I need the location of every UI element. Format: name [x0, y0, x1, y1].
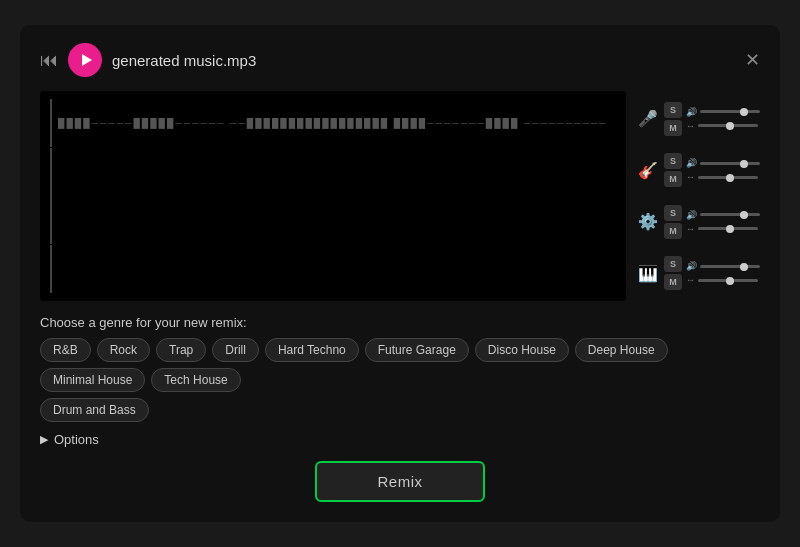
- track-3-btn-group: S M: [664, 205, 682, 239]
- track-1-sliders: 🔊 ↔: [686, 107, 760, 131]
- volume-slider-row-3: 🔊: [686, 210, 760, 220]
- waveform-section: ████─────█████────── ──█████████████████…: [40, 91, 626, 301]
- volume-slider-row-1: 🔊: [686, 107, 760, 117]
- solo-button-4[interactable]: S: [664, 256, 682, 272]
- timeline-markers: ████─────█████────── ──█████████████████…: [50, 99, 616, 293]
- mute-button-3[interactable]: M: [664, 223, 682, 239]
- track-1-btn-group: S M: [664, 102, 682, 136]
- genre-tag-tech-house[interactable]: Tech House: [151, 368, 240, 392]
- genre-tag-deep-house[interactable]: Deep House: [575, 338, 668, 362]
- genre-label: Choose a genre for your new remix:: [40, 315, 760, 330]
- track-4-sliders: 🔊 ↔: [686, 261, 760, 285]
- volume-slider-3[interactable]: [700, 213, 760, 216]
- solo-button-2[interactable]: S: [664, 153, 682, 169]
- pan-slider-row-3: ↔: [686, 224, 760, 234]
- track-control-4: 🎹 S M 🔊 ↔: [636, 250, 760, 296]
- solo-button-3[interactable]: S: [664, 205, 682, 221]
- genre-tag-disco-house[interactable]: Disco House: [475, 338, 569, 362]
- track-3-sliders: 🔊 ↔: [686, 210, 760, 234]
- drums-icon: ⚙️: [636, 210, 660, 234]
- mic-icon: 🎤: [636, 107, 660, 131]
- genre-tag-future-garage[interactable]: Future Garage: [365, 338, 469, 362]
- track-line-3: [50, 196, 616, 244]
- volume-icon-3: 🔊: [686, 210, 697, 220]
- volume-slider-row-2: 🔊: [686, 158, 760, 168]
- mute-button-1[interactable]: M: [664, 120, 682, 136]
- options-arrow-icon: ▶: [40, 433, 48, 446]
- mute-button-4[interactable]: M: [664, 274, 682, 290]
- piano-icon: 🎹: [636, 261, 660, 285]
- mute-button-2[interactable]: M: [664, 171, 682, 187]
- track-title: generated music.mp3: [112, 52, 735, 69]
- track-control-2: 🎸 S M 🔊 ↔: [636, 147, 760, 193]
- volume-icon-4: 🔊: [686, 261, 697, 271]
- genre-tag-trap[interactable]: Trap: [156, 338, 206, 362]
- track-control-3: ⚙️ S M 🔊 ↔: [636, 199, 760, 245]
- volume-icon-2: 🔊: [686, 158, 697, 168]
- close-button[interactable]: ✕: [745, 49, 760, 71]
- genre-tag-rock[interactable]: Rock: [97, 338, 150, 362]
- pan-slider-2[interactable]: [698, 176, 758, 179]
- track-line-2: [50, 148, 616, 196]
- track-control-1: 🎤 S M 🔊 ↔: [636, 96, 760, 142]
- skip-back-icon[interactable]: ⏮: [40, 50, 58, 71]
- genre-section: Choose a genre for your new remix: R&B R…: [40, 315, 760, 422]
- volume-icon-1: 🔊: [686, 107, 697, 117]
- track-2-sliders: 🔊 ↔: [686, 158, 760, 182]
- pan-slider-row-4: ↔: [686, 275, 760, 285]
- genre-tag-minimal-house[interactable]: Minimal House: [40, 368, 145, 392]
- pan-slider-4[interactable]: [698, 279, 758, 282]
- track-line-4: [50, 245, 616, 293]
- pan-icon-1: ↔: [686, 121, 695, 131]
- volume-slider-1[interactable]: [700, 110, 760, 113]
- remix-modal: ⏮ generated music.mp3 ✕ ████─────█████──…: [20, 25, 780, 522]
- genre-tag-hard-techno[interactable]: Hard Techno: [265, 338, 359, 362]
- bottom-row: Remix: [40, 461, 760, 502]
- controls-section: 🎤 S M 🔊 ↔: [636, 91, 760, 301]
- volume-slider-2[interactable]: [700, 162, 760, 165]
- pan-slider-1[interactable]: [698, 124, 758, 127]
- remix-button[interactable]: Remix: [315, 461, 484, 502]
- options-row[interactable]: ▶ Options: [40, 432, 760, 447]
- genre-tag-drill[interactable]: Drill: [212, 338, 259, 362]
- waveform-1: ████─────█████────── ──█████████████████…: [58, 118, 608, 128]
- genre-tags: R&B Rock Trap Drill Hard Techno Future G…: [40, 338, 760, 392]
- volume-slider-row-4: 🔊: [686, 261, 760, 271]
- main-area: ████─────█████────── ──█████████████████…: [40, 91, 760, 301]
- track-2-btn-group: S M: [664, 153, 682, 187]
- genre-tags-row2: Drum and Bass: [40, 398, 760, 422]
- volume-slider-4[interactable]: [700, 265, 760, 268]
- modal-header: ⏮ generated music.mp3 ✕: [40, 43, 760, 77]
- guitar-icon: 🎸: [636, 158, 660, 182]
- pan-icon-2: ↔: [686, 172, 695, 182]
- genre-tag-drum-and-bass[interactable]: Drum and Bass: [40, 398, 149, 422]
- pan-slider-3[interactable]: [698, 227, 758, 230]
- pan-slider-row-1: ↔: [686, 121, 760, 131]
- solo-button-1[interactable]: S: [664, 102, 682, 118]
- track-4-btn-group: S M: [664, 256, 682, 290]
- genre-tag-rnb[interactable]: R&B: [40, 338, 91, 362]
- track-line-1: ████─────█████────── ──█████████████████…: [50, 99, 616, 147]
- pan-icon-4: ↔: [686, 275, 695, 285]
- pan-icon-3: ↔: [686, 224, 695, 234]
- options-label: Options: [54, 432, 99, 447]
- pan-slider-row-2: ↔: [686, 172, 760, 182]
- play-button[interactable]: [68, 43, 102, 77]
